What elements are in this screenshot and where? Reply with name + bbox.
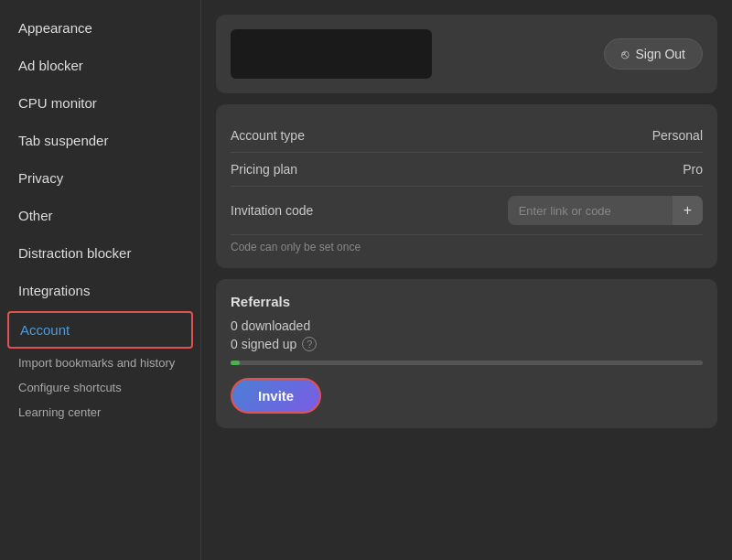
- pricing-plan-value: Pro: [683, 162, 703, 177]
- plus-icon: +: [684, 202, 692, 218]
- referrals-title: Referrals: [231, 294, 703, 309]
- sidebar-item-integrations[interactable]: Integrations: [0, 272, 200, 309]
- sidebar-item-import-bookmarks[interactable]: Import bookmarks and history: [0, 350, 200, 375]
- sidebar-item-cpu-monitor[interactable]: CPU monitor: [0, 84, 200, 122]
- sidebar-item-configure-shortcuts[interactable]: Configure shortcuts: [0, 375, 200, 400]
- pricing-plan-label: Pricing plan: [231, 162, 297, 177]
- signed-up-stat: 0 signed up ?: [231, 337, 703, 351]
- referral-progress-fill: [231, 361, 240, 365]
- sidebar-item-account[interactable]: Account: [7, 311, 193, 349]
- sidebar-item-appearance[interactable]: Appearance: [0, 9, 200, 47]
- sidebar-item-distraction-blocker[interactable]: Distraction blocker: [0, 234, 200, 272]
- account-type-label: Account type: [231, 128, 305, 143]
- main-content: ⎋ Sign Out Account type Personal Pricing…: [201, 0, 732, 560]
- sidebar-item-tab-suspender[interactable]: Tab suspender: [0, 122, 200, 159]
- sidebar-item-ad-blocker[interactable]: Ad blocker: [0, 47, 200, 84]
- sidebar-item-other[interactable]: Other: [0, 197, 200, 234]
- invitation-code-label: Invitation code: [231, 203, 313, 218]
- invitation-code-input[interactable]: [508, 198, 673, 224]
- sidebar: Appearance Ad blocker CPU monitor Tab su…: [0, 0, 201, 560]
- pricing-plan-row: Pricing plan Pro: [231, 153, 703, 187]
- avatar: [231, 29, 432, 79]
- invitation-plus-button[interactable]: +: [673, 196, 703, 225]
- code-hint-text: Code can only be set once: [231, 241, 703, 253]
- invite-button[interactable]: Invite: [231, 378, 321, 414]
- invitation-code-row: Invitation code +: [231, 187, 703, 235]
- account-type-row: Account type Personal: [231, 119, 703, 153]
- account-info-card: Account type Personal Pricing plan Pro I…: [216, 104, 717, 268]
- sidebar-item-privacy[interactable]: Privacy: [0, 159, 200, 197]
- help-icon[interactable]: ?: [302, 337, 317, 351]
- referrals-card: Referrals 0 downloaded 0 signed up ? Inv…: [216, 279, 717, 428]
- downloaded-stat: 0 downloaded: [231, 318, 703, 333]
- account-type-value: Personal: [652, 128, 703, 143]
- sign-out-button[interactable]: ⎋ Sign Out: [604, 38, 703, 70]
- sign-out-icon: ⎋: [621, 47, 629, 61]
- referral-progress-bar: [231, 361, 703, 365]
- sidebar-item-learning-center[interactable]: Learning center: [0, 400, 200, 425]
- invitation-input-wrap: +: [508, 196, 703, 225]
- profile-card: ⎋ Sign Out: [216, 15, 717, 93]
